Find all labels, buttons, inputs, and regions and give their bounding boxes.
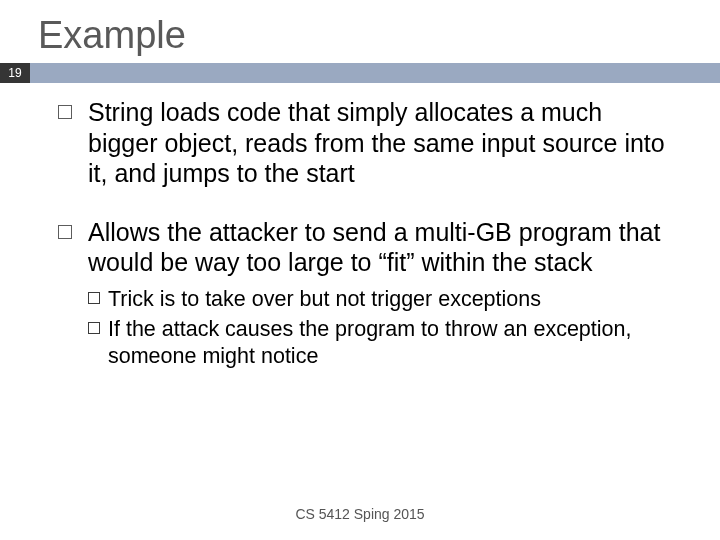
slide-number-badge: 19	[0, 63, 30, 83]
checkbox-bullet-icon	[88, 322, 100, 334]
checkbox-bullet-icon	[88, 292, 100, 304]
slide-title: Example	[0, 0, 720, 63]
footer-text: CS 5412 Sping 2015	[0, 506, 720, 522]
sub-bullet-item: If the attack causes the program to thro…	[88, 316, 670, 370]
square-bullet-icon	[58, 225, 72, 239]
bullet-item: Allows the attacker to send a multi-GB p…	[58, 217, 670, 278]
square-bullet-icon	[58, 105, 72, 119]
sub-bullet-text: Trick is to take over but not trigger ex…	[108, 286, 541, 313]
bullet-item: String loads code that simply allocates …	[58, 97, 670, 189]
sub-bullet-text: If the attack causes the program to thro…	[108, 316, 670, 370]
bullet-text: String loads code that simply allocates …	[88, 97, 670, 189]
content-area: String loads code that simply allocates …	[0, 83, 720, 370]
sub-bullet-item: Trick is to take over but not trigger ex…	[88, 286, 670, 313]
bullet-text: Allows the attacker to send a multi-GB p…	[88, 217, 670, 278]
title-bar: 19	[0, 63, 720, 83]
accent-stripe	[30, 63, 720, 83]
